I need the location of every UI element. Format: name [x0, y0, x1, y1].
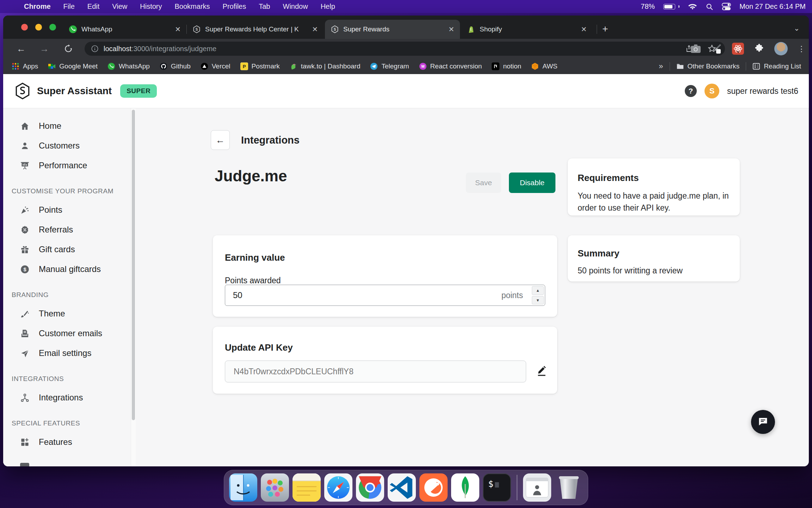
user-avatar[interactable]: S [705, 84, 719, 98]
menubar-item-bookmarks[interactable]: Bookmarks [175, 2, 210, 11]
dock-app-window-icon[interactable] [523, 473, 551, 502]
sidebar-item-integrations[interactable]: Integrations [3, 388, 136, 407]
api-key-input[interactable] [225, 361, 526, 382]
tab-whatsapp[interactable]: WhatsApp ✕ [63, 20, 186, 39]
dock-launchpad-icon[interactable] [261, 473, 289, 502]
window-minimize-button[interactable] [35, 24, 42, 31]
bookmark-aws[interactable]: AWS [531, 62, 558, 70]
bookmark-github[interactable]: Github [160, 62, 191, 70]
menubar-item-view[interactable]: View [112, 2, 127, 11]
edit-pencil-icon[interactable] [535, 365, 548, 377]
github-icon [160, 62, 167, 70]
sidebar-item-features[interactable]: Features [3, 432, 136, 452]
stepper-up-button[interactable]: ▲ [532, 286, 544, 295]
tab-title: Super Rewards Help Center | K [205, 25, 307, 33]
reload-icon[interactable] [64, 44, 73, 53]
battery-icon[interactable] [663, 4, 679, 10]
tab-super-rewards-active[interactable]: S Super Rewards ✕ [325, 20, 460, 39]
webpage: Super Assistant SUPER ? S super rewards … [3, 74, 809, 466]
dock-mongodb-icon[interactable] [451, 473, 479, 502]
menubar-item-window[interactable]: Window [283, 2, 308, 11]
bookmark-tawkto[interactable]: tawk.to | Dashboard [290, 62, 361, 70]
dock-trash-icon[interactable] [555, 473, 583, 502]
tab-close-icon[interactable]: ✕ [448, 25, 454, 34]
dock-finder-icon[interactable] [229, 473, 257, 502]
bookmark-react-conversion[interactable]: M React conversion [419, 62, 482, 70]
reading-list-button[interactable]: Reading List [752, 62, 801, 70]
menubar-item-help[interactable]: Help [321, 2, 335, 11]
brand[interactable]: Super Assistant [3, 82, 112, 100]
menubar-item-history[interactable]: History [140, 2, 162, 11]
sidebar-item-manual-giftcards[interactable]: $ Manual giftcards [3, 259, 136, 279]
window-close-button[interactable] [21, 24, 28, 31]
colorpicker-extension-icon[interactable] [711, 43, 722, 54]
summary-title: Summary [578, 248, 730, 259]
sidebar-item-referrals[interactable]: Referrals [3, 220, 136, 240]
tab-search-chevron-icon[interactable]: ⌄ [794, 24, 800, 32]
bookmark-apps[interactable]: Apps [12, 62, 38, 70]
sidebar-item-performance[interactable]: Performance [3, 156, 136, 175]
menubar-item-file[interactable]: File [63, 2, 75, 11]
points-awarded-input[interactable] [225, 285, 449, 306]
disable-button[interactable]: Disable [509, 173, 555, 193]
site-info-icon[interactable] [91, 45, 99, 53]
sidebar-scrollbar[interactable] [131, 108, 136, 466]
bookmark-postmark[interactable]: P Postmark [240, 62, 280, 70]
spotlight-search-icon[interactable] [706, 3, 713, 11]
dock-chrome-icon[interactable] [356, 473, 384, 502]
chrome-menu-icon[interactable]: ⋮ [798, 48, 805, 50]
url-text[interactable]: localhost:3000/integrations/judgeme [104, 45, 216, 53]
sidebar-item-home[interactable]: Home [3, 116, 136, 136]
menubar-item-chrome[interactable]: Chrome [24, 2, 51, 11]
chrome-profile-avatar[interactable] [774, 42, 788, 55]
integrations-icon [20, 393, 30, 403]
user-name[interactable]: super rewards test6 [727, 86, 798, 96]
extensions-puzzle-icon[interactable] [754, 43, 764, 54]
dock-terminal-icon[interactable]: $ [483, 473, 511, 502]
tab-close-icon[interactable]: ✕ [312, 25, 318, 34]
dock-notes-icon[interactable] [293, 473, 321, 502]
react-conversion-icon: M [419, 62, 427, 70]
control-center-icon[interactable] [722, 3, 731, 11]
other-bookmarks-button[interactable]: Other Bookmarks [676, 62, 740, 70]
tab-close-icon[interactable]: ✕ [581, 25, 587, 34]
react-extension-icon[interactable] [732, 43, 744, 55]
save-button[interactable]: Save [466, 173, 501, 193]
bookmark-notion[interactable]: notion [492, 62, 521, 70]
menubar-clock[interactable]: Mon 27 Dec 6:14 PM [739, 2, 806, 11]
bookmark-whatsapp[interactable]: WhatsApp [107, 62, 150, 70]
forward-nav-icon[interactable]: → [40, 43, 49, 54]
sidebar-item-customer-emails[interactable]: Customer emails [3, 323, 136, 343]
sidebar-item-gift-cards[interactable]: Gift cards [3, 240, 136, 259]
dock-postman-icon[interactable] [419, 473, 448, 502]
dock-vscode-icon[interactable] [388, 473, 416, 502]
menubar-item-profiles[interactable]: Profiles [223, 2, 246, 11]
tab-close-icon[interactable]: ✕ [175, 25, 181, 34]
requirements-card: Requirements You need to have a paid jud… [568, 158, 740, 216]
tab-shopify[interactable]: Shopify ✕ [461, 20, 592, 39]
scrollbar-thumb[interactable] [132, 110, 135, 420]
svg-text:S: S [334, 28, 336, 31]
back-button[interactable]: ← [211, 130, 230, 150]
help-button[interactable]: ? [685, 85, 697, 97]
screenshot-camera-icon[interactable] [690, 44, 701, 53]
sidebar-item-points[interactable]: Points [3, 200, 136, 220]
bookmark-telegram[interactable]: Telegram [370, 62, 409, 70]
bookmark-google-meet[interactable]: Google Meet [48, 62, 98, 70]
sidebar-item-theme[interactable]: Theme [3, 304, 136, 323]
dock-safari-icon[interactable] [324, 473, 352, 502]
menubar-item-edit[interactable]: Edit [87, 2, 99, 11]
stepper-down-button[interactable]: ▼ [532, 296, 544, 305]
tab-help-center[interactable]: S Super Rewards Help Center | K ✕ [187, 20, 324, 39]
wifi-icon[interactable] [688, 3, 697, 10]
window-zoom-button[interactable] [49, 24, 56, 31]
sidebar-item-email-settings[interactable]: Email settings [3, 343, 136, 363]
new-tab-button[interactable]: + [602, 23, 608, 35]
sidebar-item-customers[interactable]: Customers [3, 136, 136, 156]
bookmark-vercel[interactable]: Vercel [201, 62, 230, 70]
back-nav-icon[interactable]: ← [17, 43, 26, 54]
chat-widget-button[interactable] [751, 410, 775, 434]
bookmarks-overflow-chevron[interactable]: » [659, 62, 663, 71]
menubar-item-tab[interactable]: Tab [259, 2, 270, 11]
address-bar[interactable]: localhost:3000/integrations/judgeme [85, 42, 725, 56]
